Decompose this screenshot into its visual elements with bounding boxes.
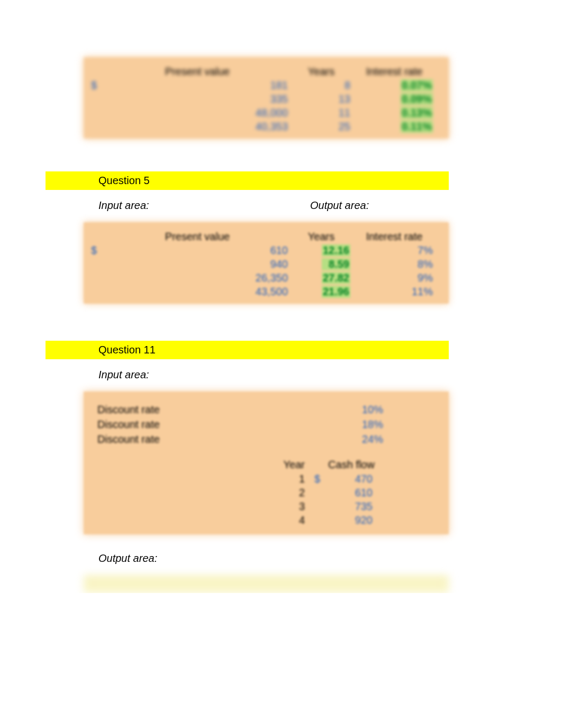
cf-value: 470 bbox=[325, 473, 388, 485]
table-row: $ 181 8 0.07% bbox=[84, 78, 449, 92]
pv-value: 335 bbox=[107, 93, 292, 105]
years-value: 25 bbox=[292, 121, 356, 133]
table1-header-years: Years bbox=[292, 66, 356, 78]
discount-rate-label: Discount rate bbox=[97, 404, 288, 416]
pv-value: 181 bbox=[107, 79, 292, 92]
years-value: 11 bbox=[292, 107, 356, 119]
input-area-label: Input area: bbox=[98, 369, 310, 381]
cashflow-row: 3 735 bbox=[84, 499, 449, 513]
table-row: 48,000 11 0.13% bbox=[84, 106, 449, 120]
table1-header-rate: Interest rate bbox=[356, 66, 435, 78]
year-header: Year bbox=[272, 459, 314, 471]
discount-rate-row: Discount rate 10% bbox=[84, 402, 449, 417]
table-row: 40,353 25 0.11% bbox=[84, 120, 449, 133]
pv-value: 40,353 bbox=[107, 121, 292, 133]
pv-value: 940 bbox=[107, 258, 292, 270]
rate-value: 0.07% bbox=[356, 79, 435, 92]
rate-value: 9% bbox=[356, 272, 435, 284]
discount-rate-label: Discount rate bbox=[97, 418, 288, 431]
discount-rate-row: Discount rate 18% bbox=[84, 417, 449, 432]
pv-value: 26,350 bbox=[107, 272, 292, 284]
page: Present value Years Interest rate $ 181 … bbox=[0, 0, 562, 593]
cf-year: 1 bbox=[272, 473, 314, 485]
cf-year: 3 bbox=[272, 501, 314, 513]
question-11-title: Question 11 bbox=[46, 341, 449, 359]
q5-header-rate: Interest rate bbox=[356, 231, 435, 243]
input-area-label: Input area: bbox=[98, 199, 310, 212]
q5-table-wrapper: Present value Years Interest rate $ 610 … bbox=[0, 222, 562, 304]
q11-input-block: Discount rate 10% Discount rate 18% Disc… bbox=[84, 392, 449, 534]
years-value: 13 bbox=[292, 93, 356, 105]
q5-header-row: Present value Years Interest rate bbox=[84, 230, 449, 243]
pv-value: 610 bbox=[107, 244, 292, 257]
q5-io-labels: Input area: Output area: bbox=[98, 199, 448, 212]
years-value: 27.82 bbox=[292, 272, 356, 284]
dollar-sign: $ bbox=[91, 244, 107, 257]
table-row: 940 8.59 8% bbox=[84, 257, 449, 271]
cashflow-row: 2 610 bbox=[84, 486, 449, 499]
discount-rate-label: Discount rate bbox=[97, 433, 288, 445]
q5-table: Present value Years Interest rate $ 610 … bbox=[84, 222, 449, 304]
cf-year: 4 bbox=[272, 514, 314, 526]
table1-wrapper: Present value Years Interest rate $ 181 … bbox=[0, 57, 562, 139]
output-area-label: Output area: bbox=[98, 552, 562, 565]
dollar-sign: $ bbox=[91, 79, 107, 92]
cf-year: 2 bbox=[272, 487, 314, 499]
table-row: 43,500 21.96 11% bbox=[84, 285, 449, 298]
q5-header-pv: Present value bbox=[107, 231, 292, 243]
pv-value: 48,000 bbox=[107, 107, 292, 119]
dollar-sign: $ bbox=[314, 473, 325, 485]
q11-input-wrapper: Discount rate 10% Discount rate 18% Disc… bbox=[0, 392, 562, 534]
years-value: 21.96 bbox=[292, 286, 356, 298]
discount-rate-value: 10% bbox=[288, 404, 383, 416]
table-row: 26,350 27.82 9% bbox=[84, 271, 449, 285]
cashflow-row: 1 $ 470 bbox=[84, 472, 449, 486]
rate-value: 8% bbox=[356, 258, 435, 270]
q11-input-label-row: Input area: bbox=[98, 369, 448, 381]
table1: Present value Years Interest rate $ 181 … bbox=[84, 57, 449, 139]
output-area-label: Output area: bbox=[310, 199, 369, 212]
cashflow-header-label: Cash flow bbox=[314, 459, 388, 471]
years-value: 8 bbox=[292, 79, 356, 92]
table1-header-pv: Present value bbox=[107, 66, 292, 78]
question-5-title: Question 5 bbox=[46, 171, 449, 190]
discount-rate-row: Discount rate 24% bbox=[84, 432, 449, 447]
rate-value: 0.09% bbox=[356, 93, 435, 105]
cashflow-header: Year Cash flow bbox=[84, 457, 449, 472]
table-row: $ 610 12.16 7% bbox=[84, 243, 449, 257]
table1-header-row: Present value Years Interest rate bbox=[84, 65, 449, 78]
rate-value: 11% bbox=[356, 286, 435, 298]
cashflow-row: 4 920 bbox=[84, 513, 449, 527]
rate-value: 7% bbox=[356, 244, 435, 257]
years-value: 8.59 bbox=[292, 258, 356, 270]
years-value: 12.16 bbox=[292, 244, 356, 257]
discount-rate-value: 18% bbox=[288, 418, 383, 431]
rate-value: 0.11% bbox=[356, 121, 435, 133]
rate-value: 0.13% bbox=[356, 107, 435, 119]
q5-header-years: Years bbox=[292, 231, 356, 243]
pv-value: 43,500 bbox=[107, 286, 292, 298]
cf-value: 610 bbox=[325, 487, 388, 499]
table-row: 335 13 0.09% bbox=[84, 92, 449, 106]
cf-value: 920 bbox=[325, 514, 388, 526]
discount-rate-value: 24% bbox=[288, 433, 383, 445]
bottom-blur bbox=[0, 575, 562, 593]
cf-value: 735 bbox=[325, 501, 388, 513]
